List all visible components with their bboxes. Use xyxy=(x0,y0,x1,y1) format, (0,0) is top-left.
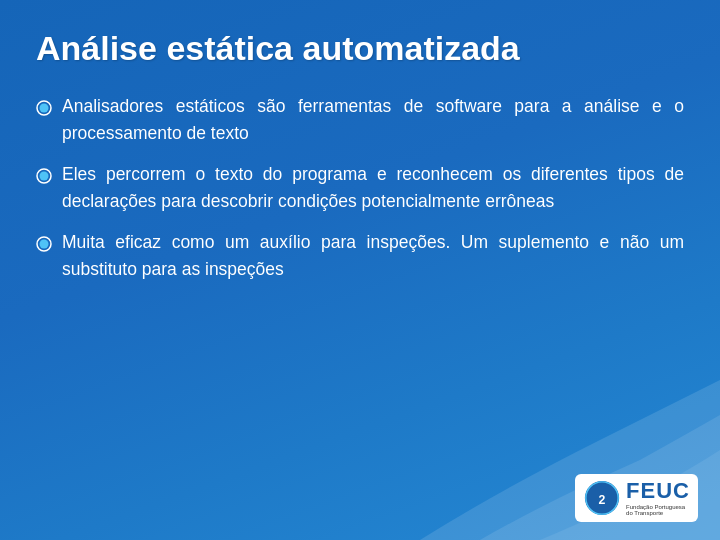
bullet-icon-2 xyxy=(36,165,52,181)
bullet-text-3: Muita eficaz como um auxílio para inspeç… xyxy=(62,229,684,283)
list-item: Analisadores estáticos são ferramentas d… xyxy=(36,93,684,147)
slide-container: Análise estática automatizada Analisador… xyxy=(0,0,720,540)
svg-text:2: 2 xyxy=(599,493,606,507)
logo-text-block: FEUC Fundação Portuguesa do Transporte xyxy=(626,479,690,516)
bullet-text-1: Analisadores estáticos são ferramentas d… xyxy=(62,93,684,147)
svg-point-1 xyxy=(40,103,49,112)
bullet-text-2: Eles percorrem o texto do programa e rec… xyxy=(62,161,684,215)
slide-title: Análise estática automatizada xyxy=(0,0,720,79)
logo-icon: 2 xyxy=(583,479,621,517)
svg-point-5 xyxy=(40,240,49,249)
content-area: Analisadores estáticos são ferramentas d… xyxy=(0,79,720,318)
bullet-list: Analisadores estáticos são ferramentas d… xyxy=(36,93,684,284)
list-item: Eles percorrem o texto do programa e rec… xyxy=(36,161,684,215)
svg-point-3 xyxy=(40,172,49,181)
bullet-icon-3 xyxy=(36,233,52,249)
bullet-icon-1 xyxy=(36,97,52,113)
list-item: Muita eficaz como um auxílio para inspeç… xyxy=(36,229,684,283)
feuc-logo: 2 FEUC Fundação Portuguesa do Transporte xyxy=(575,474,698,522)
logo-sub-text: Fundação Portuguesa do Transporte xyxy=(626,504,686,517)
logo-main-text: FEUC xyxy=(626,479,690,503)
